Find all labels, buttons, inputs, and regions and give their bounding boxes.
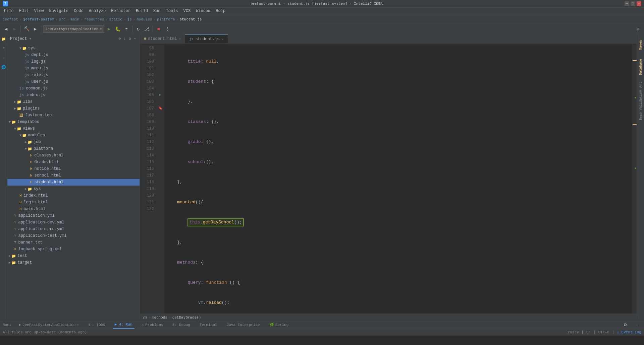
tree-libs-folder[interactable]: ▶ 📁 libs xyxy=(7,98,140,105)
nav-item-src[interactable]: src xyxy=(59,17,66,21)
tree-school-html[interactable]: H school.html xyxy=(7,172,140,179)
close-button[interactable]: ✕ xyxy=(637,1,641,6)
tree-platform-folder[interactable]: ▼ 📁 platform xyxy=(7,145,140,152)
menu-refactor[interactable]: Refactor xyxy=(108,8,133,14)
tree-templates-folder[interactable]: ▼ 📁 templates xyxy=(7,119,140,125)
tree-favicon[interactable]: 🖼 favicon.ico xyxy=(7,112,140,119)
tree-sys-folder[interactable]: ▼ 📁 sys xyxy=(7,45,140,52)
structure-icon[interactable]: ≡ xyxy=(0,45,7,52)
tab-java-enterprise[interactable]: Java Enterprise xyxy=(225,321,262,329)
tree-common-js[interactable]: js common.js xyxy=(7,85,140,92)
forward-button[interactable]: ▶ xyxy=(11,25,19,33)
tree-role-js[interactable]: js role.js xyxy=(7,72,140,78)
git-button[interactable]: ⎇ xyxy=(143,25,151,33)
close-tab-html[interactable]: ✕ xyxy=(179,37,181,41)
tree-main-html[interactable]: H main.html xyxy=(7,206,140,212)
collapse-bottom-icon[interactable]: – xyxy=(633,321,641,329)
run-tab-close[interactable]: ✕ xyxy=(77,323,79,327)
menu-vcs[interactable]: VCS xyxy=(181,8,194,14)
tree-application-dev-yml[interactable]: Y application-dev.yml xyxy=(7,219,140,226)
tree-logback-xml[interactable]: X logback-spring.xml xyxy=(7,246,140,253)
database-tab[interactable]: Database xyxy=(637,56,644,78)
code-editor[interactable]: 98 99 100 101 102 103 104 105 106 107 10… xyxy=(140,44,637,314)
tab-student-js[interactable]: js student.js ✕ xyxy=(185,34,228,43)
tree-login-html[interactable]: H login.html xyxy=(7,199,140,206)
maven-tab[interactable]: Maven xyxy=(637,36,644,54)
tree-notice-html[interactable]: H notice.html xyxy=(7,165,140,172)
project-icon[interactable]: 📁 xyxy=(0,36,7,42)
stop-button[interactable]: ■ xyxy=(155,25,163,33)
tree-grade-html[interactable]: H Grade.html xyxy=(7,159,140,165)
tab-spring[interactable]: 🌿 Spring xyxy=(267,321,291,329)
tree-student-html[interactable]: H student.html xyxy=(7,179,140,186)
restore-button[interactable]: □ xyxy=(631,1,635,6)
menu-navigate[interactable]: Navigate xyxy=(46,8,71,14)
tab-terminal[interactable]: Terminal xyxy=(198,321,219,329)
tab-4-run[interactable]: ▶ 4: Run xyxy=(113,321,135,329)
line-ending[interactable]: LF xyxy=(586,330,591,334)
window-controls[interactable]: ─ □ ✕ xyxy=(625,1,641,6)
back-button[interactable]: ◀ xyxy=(2,25,10,33)
tree-banner-txt[interactable]: T banner.txt xyxy=(7,239,140,246)
position-indicator[interactable]: 203:9 xyxy=(568,330,579,334)
tree-index-html[interactable]: H index.html xyxy=(7,192,140,199)
run-config-dropdown[interactable]: JeeFastSystemApplication ▾ xyxy=(43,25,104,33)
build-button[interactable]: 🔨 xyxy=(22,25,31,33)
tab-5-debug[interactable]: 5: Debug xyxy=(170,321,192,329)
tree-views-folder[interactable]: ▼ 📁 views xyxy=(7,125,140,132)
gear-settings-icon[interactable]: ⚙ xyxy=(128,36,132,42)
tree-plugins-folder[interactable]: ▶ 📁 plugins xyxy=(7,105,140,112)
nav-item-modules[interactable]: modules xyxy=(137,17,152,21)
nav-item-system[interactable]: jeefast-system xyxy=(23,17,54,21)
settings-bottom-icon[interactable]: ⚙ xyxy=(621,321,629,329)
settings-gear-icon[interactable]: ⚙ xyxy=(634,25,642,33)
code-text[interactable]: title: null, student: { }, classes: {}, … xyxy=(164,44,632,314)
menu-window[interactable]: Window xyxy=(193,8,213,14)
tree-application-pro-yml[interactable]: Y application-pro.yml xyxy=(7,226,140,232)
nav-item-static[interactable]: static xyxy=(109,17,122,21)
update-button[interactable]: ↻ xyxy=(134,25,142,33)
nav-item-main[interactable]: main xyxy=(70,17,79,21)
nav-item-jeefast[interactable]: jeefast xyxy=(3,17,18,21)
menu-view[interactable]: View xyxy=(32,8,47,14)
tree-modules-folder[interactable]: ▼ 📁 modules xyxy=(7,132,140,139)
nav-item-resources[interactable]: resources xyxy=(84,17,104,21)
nav-item-file[interactable]: student.js xyxy=(180,17,202,21)
tree-index-js[interactable]: js index.js xyxy=(7,92,140,98)
tree-application-yml[interactable]: Y application.yml xyxy=(7,212,140,219)
tree-job-folder[interactable]: ▶ 📁 job xyxy=(7,139,140,145)
menu-run[interactable]: Run xyxy=(151,8,163,14)
hide-icon[interactable]: – xyxy=(133,36,137,42)
tab-problems[interactable]: ⚠ Problems xyxy=(140,321,165,329)
run-button[interactable]: ▶ xyxy=(105,25,113,33)
locate-icon[interactable]: ⊕ xyxy=(118,36,121,42)
tree-classes-html[interactable]: H classes.html xyxy=(7,152,140,159)
nav-item-platform[interactable]: platform xyxy=(157,17,175,21)
run-tab-label[interactable]: ▶ JeeFastSystemApplication ✕ xyxy=(17,321,81,329)
bc-methods[interactable]: methods xyxy=(152,316,167,320)
run-config-button[interactable]: ▶ xyxy=(31,25,39,33)
debug-button[interactable]: 🐛 xyxy=(114,25,122,33)
menu-tools[interactable]: Tools xyxy=(163,8,181,14)
nav-item-js[interactable]: js xyxy=(127,17,132,21)
tab-student-html[interactable]: H student.html ✕ xyxy=(140,34,185,43)
tree-dept-js[interactable]: js dept.js xyxy=(7,52,140,58)
close-tab-js[interactable]: ✕ xyxy=(222,37,224,41)
menu-help[interactable]: Help xyxy=(213,8,228,14)
menu-analyze[interactable]: Analyze xyxy=(86,8,108,14)
menu-file[interactable]: File xyxy=(1,8,16,14)
bc-function[interactable]: getDayGrade() xyxy=(172,316,201,320)
tree-target-folder[interactable]: ▶ 📁 target xyxy=(7,259,140,266)
ant-tab[interactable]: Ant xyxy=(637,80,644,90)
title-dropdown-icon[interactable]: ▾ xyxy=(29,36,31,41)
bean-validation-tab[interactable]: Bean Validation xyxy=(637,92,644,119)
favorites-icon[interactable]: ☆ xyxy=(0,54,7,61)
web-icon[interactable]: 🌐 xyxy=(0,64,7,70)
minimize-button[interactable]: ─ xyxy=(625,1,629,6)
tree-test-folder[interactable]: ▶ 📁 test xyxy=(7,253,140,259)
bc-vm[interactable]: vm xyxy=(143,316,147,320)
tree-sys2-folder[interactable]: ▶ 📁 sys xyxy=(7,186,140,192)
coverage-button[interactable]: ☂ xyxy=(122,25,130,33)
tree-application-test-yml[interactable]: Y application-test.yml xyxy=(7,232,140,239)
tree-menu-js[interactable]: js menu.js xyxy=(7,65,140,72)
